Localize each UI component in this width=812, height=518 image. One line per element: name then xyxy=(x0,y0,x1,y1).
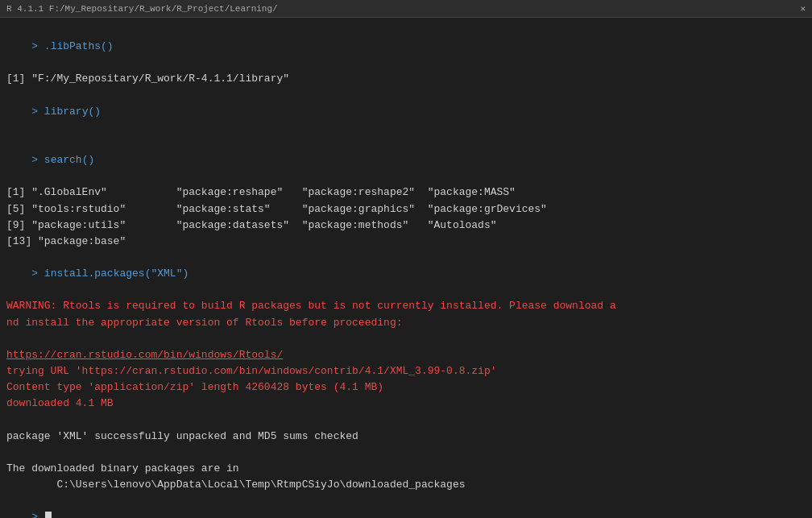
line-link[interactable]: https://cran.rstudio.com/bin/windows/Rto… xyxy=(6,347,806,363)
prompt-symbol-5: > xyxy=(31,511,44,518)
line-install: > install.packages("XML") xyxy=(6,250,806,298)
line-success: package 'XML' successfully unpacked and … xyxy=(6,429,806,445)
line-warning2: nd install the appropriate version of Rt… xyxy=(6,315,806,331)
line-content-type: Content type 'application/zip' length 42… xyxy=(6,379,806,396)
line-search: > search() xyxy=(6,136,806,184)
line-final-prompt: > xyxy=(6,493,806,518)
line-downloaded-msg2: C:\Users\lenovo\AppData\Local\Temp\RtmpC… xyxy=(6,477,806,493)
prompt-symbol-3: > xyxy=(31,154,44,166)
library-command: library() xyxy=(44,106,101,118)
line-warning1: WARNING: Rtools is required to build R p… xyxy=(6,298,806,314)
install-command: install.packages("XML") xyxy=(44,267,188,280)
cursor xyxy=(45,512,52,518)
prompt-symbol-4: > xyxy=(31,267,44,280)
line-libpath-output: [1] "F:/My_Repositary/R_work/R-4.1.1/lib… xyxy=(6,71,806,87)
line-downloaded-msg1: The downloaded binary packages are in xyxy=(6,461,806,477)
prompt-symbol-2: > xyxy=(31,106,44,118)
line-search-out4: [13] "package:base" xyxy=(6,234,806,250)
line-empty2 xyxy=(6,412,806,428)
line-library: > library() xyxy=(6,88,806,136)
line-empty1 xyxy=(6,331,806,347)
console-area: > .libPaths() [1] "F:/My_Repositary/R_wo… xyxy=(0,18,812,518)
title-bar-text: R 4.1.1 F:/My_Repositary/R_work/R_Projec… xyxy=(6,4,793,14)
line-search-out1: [1] ".GlobalEnv" "package:reshape" "pack… xyxy=(6,184,806,201)
line-search-out2: [5] "tools:rstudio" "package:stats" "pac… xyxy=(6,201,806,218)
close-icon[interactable]: ✕ xyxy=(800,3,806,14)
line-search-out3: [9] "package:utils" "package:datasets" "… xyxy=(6,218,806,234)
search-command: search() xyxy=(44,154,94,166)
libpaths-command: .libPaths() xyxy=(44,40,114,52)
line-empty3 xyxy=(6,445,806,461)
line-libpaths: > .libPaths() xyxy=(6,23,806,71)
line-trying-url: trying URL 'https://cran.rstudio.com/bin… xyxy=(6,363,806,379)
line-downloaded: downloaded 4.1 MB xyxy=(6,396,806,412)
title-bar: R 4.1.1 F:/My_Repositary/R_work/R_Projec… xyxy=(0,0,812,18)
prompt-symbol: > xyxy=(31,40,44,52)
